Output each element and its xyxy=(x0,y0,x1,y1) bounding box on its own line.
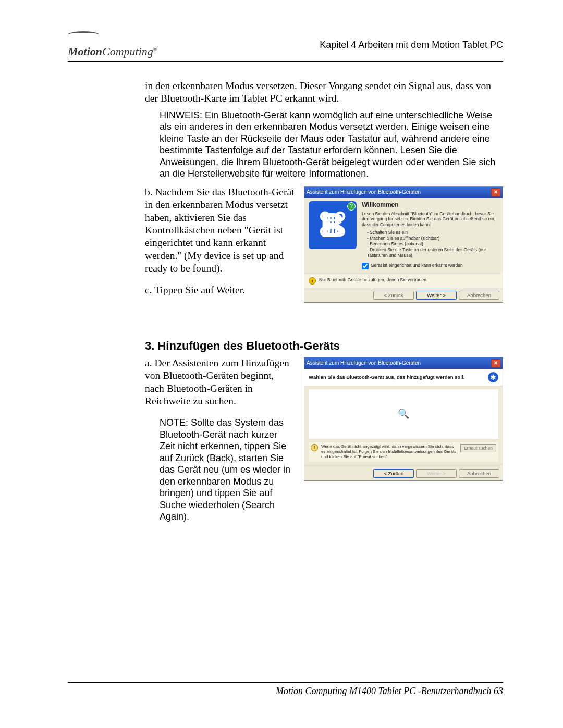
footer-rule xyxy=(68,682,503,683)
chapter-number: Kapitel 4 xyxy=(320,40,356,50)
wizard-subheader: Wählen Sie das Bluetooth-Gerät aus, das … xyxy=(304,369,503,386)
list-item: - Machen Sie es auffindbar (sichtbar) xyxy=(367,236,498,241)
step-b: b. Nachdem Sie das Bluetooth-Gerät in de… xyxy=(145,186,295,275)
chapter-title: Arbeiten mit dem Motion Tablet PC xyxy=(356,40,503,50)
wizard-desc: Lesen Sie den Abschnitt "Bluetooth" im G… xyxy=(362,211,498,228)
bluetooth-icon: ✱ xyxy=(488,372,498,382)
window-title: Assistent zum Hinzufügen von Bluetooth-G… xyxy=(307,360,421,366)
window-title: Assistent zum Hinzufügen von Bluetooth-G… xyxy=(307,189,421,195)
intro-paragraph: in den erkennbaren Modus versetzen. Dies… xyxy=(145,80,503,105)
page-footer: Motion Computing M1400 Tablet PC -Benutz… xyxy=(68,682,503,697)
footer-text: Motion Computing M1400 Tablet PC -Benutz… xyxy=(276,686,503,696)
list-item: - Benennen Sie es (optional) xyxy=(367,241,498,247)
close-icon[interactable]: ✕ xyxy=(491,188,500,196)
wizard-welcome-heading: Willkommen xyxy=(362,201,498,208)
main-content: in den erkennbaren Modus versetzen. Dies… xyxy=(145,80,503,529)
hinweis-text: Ein Bluetooth-Gerät kann womöglich auf e… xyxy=(160,110,495,179)
device-ready-checkbox-row[interactable]: Gerät ist eingerichtet und kann erkannt … xyxy=(362,263,498,269)
window-body: ⌘∗ B ? Willkommen Lesen Sie den Abschnit… xyxy=(304,198,503,288)
step-b-text-col: b. Nachdem Sie das Bluetooth-Gerät in de… xyxy=(145,186,295,301)
wizard-window-select-device: Assistent zum Hinzufügen von Bluetooth-G… xyxy=(304,357,503,481)
wizard-instruction-list: - Schalten Sie es ein - Machen Sie es au… xyxy=(367,230,498,258)
hinweis-block: HINWEIS: Ein Bluetooth-Gerät kann womögl… xyxy=(160,109,503,180)
help-badge-icon: ? xyxy=(347,202,356,211)
note-block: NOTE: Sollte das System das Bluetooth-Ge… xyxy=(160,417,295,523)
wizard-info-text: Nur Bluetooth-Geräte hinzufügen, denen S… xyxy=(319,277,427,285)
note-label: NOTE: xyxy=(160,417,188,428)
list-item: - Drücken Sie die Taste an der unteren S… xyxy=(367,247,498,258)
next-button: Weiter > xyxy=(416,469,457,478)
bluetooth-icon: ⌘∗ B ? xyxy=(309,201,357,249)
step-a-text-col: a. Der Assistenten zum Hinzufügen von Bl… xyxy=(145,357,295,529)
wizard-warning-text: Wenn das Gerät nicht angezeigt wird, dan… xyxy=(321,444,457,460)
note-text: Sollte das System das Bluetooth-Gerät na… xyxy=(160,417,290,522)
brand-logo: MotionComputing® xyxy=(68,31,157,58)
step-a-row: a. Der Assistenten zum Hinzufügen von Bl… xyxy=(145,357,503,529)
warning-icon: ! xyxy=(311,444,318,451)
window-footer: < Zurück Weiter > Abbrechen xyxy=(304,466,503,480)
checkbox-label: Gerät ist eingerichtet und kann erkannt … xyxy=(371,263,463,268)
wizard-window-welcome: Assistent zum Hinzufügen von Bluetooth-G… xyxy=(304,186,503,303)
window-titlebar: Assistent zum Hinzufügen von Bluetooth-G… xyxy=(304,357,503,369)
logo-bold: Motion xyxy=(68,45,102,58)
logo-light: Computing xyxy=(102,45,153,58)
search-again-button[interactable]: Erneut suchen xyxy=(460,444,496,453)
next-button[interactable]: Weiter > xyxy=(416,291,457,300)
header-rule xyxy=(68,61,503,62)
step-a: a. Der Assistenten zum Hinzufügen von Bl… xyxy=(145,357,295,408)
page-header: MotionComputing® Kapitel 4 Arbeiten mit … xyxy=(68,31,503,58)
section-3-heading: 3. Hinzufügen des Bluetooth-Geräts xyxy=(145,339,503,353)
chapter-label: Kapitel 4 Arbeiten mit dem Motion Tablet… xyxy=(320,40,503,51)
step-c: c. Tippen Sie auf Weiter. xyxy=(145,284,295,297)
wizard-info-bar: i Nur Bluetooth-Geräte hinzufügen, denen… xyxy=(304,274,503,288)
back-button[interactable]: < Zurück xyxy=(373,469,414,478)
wizard-subheader-text: Wählen Sie das Bluetooth-Gerät aus, das … xyxy=(309,374,464,380)
close-icon[interactable]: ✕ xyxy=(491,359,500,367)
info-icon: i xyxy=(309,277,316,285)
device-search-area: 🔍 xyxy=(309,389,498,439)
window-body: 🔍 ! Wenn das Gerät nicht angezeigt wird,… xyxy=(304,389,503,466)
searching-spinner-icon: 🔍 xyxy=(398,408,409,419)
logo-swoosh-icon xyxy=(68,31,99,38)
back-button[interactable]: < Zurück xyxy=(373,291,414,300)
device-ready-checkbox[interactable] xyxy=(362,263,369,269)
list-item: - Schalten Sie es ein xyxy=(367,230,498,236)
cancel-button[interactable]: Abbrechen xyxy=(459,469,499,478)
step-b-row: b. Nachdem Sie das Bluetooth-Gerät in de… xyxy=(145,186,503,303)
hinweis-label: HINWEIS: xyxy=(160,110,202,120)
document-page: MotionComputing® Kapitel 4 Arbeiten mit … xyxy=(0,0,563,728)
window-footer: < Zurück Weiter > Abbrechen xyxy=(304,288,503,302)
wizard-warning-row: ! Wenn das Gerät nicht angezeigt wird, d… xyxy=(309,442,498,462)
window-titlebar: Assistent zum Hinzufügen von Bluetooth-G… xyxy=(304,187,503,198)
cancel-button[interactable]: Abbrechen xyxy=(459,291,499,300)
